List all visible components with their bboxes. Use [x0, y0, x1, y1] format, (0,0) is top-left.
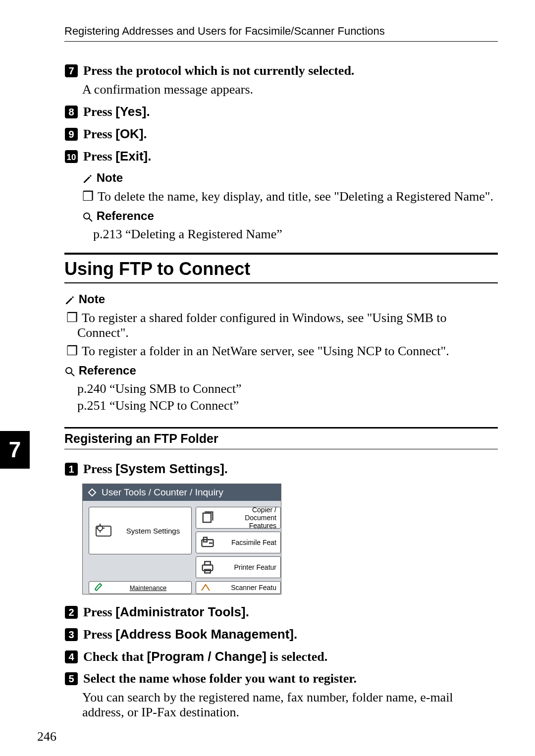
svg-point-10: [66, 368, 72, 374]
step-8: 8 Press [Yes].: [64, 104, 498, 119]
fax-icon: [200, 535, 215, 550]
step-text: Press [Yes].: [83, 105, 150, 119]
system-settings-button[interactable]: System Settings: [89, 507, 192, 554]
step-body: You can search by the registered name, f…: [82, 690, 498, 720]
step-number-icon: 7: [64, 64, 78, 78]
svg-text:2: 2: [68, 607, 74, 618]
note-item: ❒To register a folder in an NetWare serv…: [77, 343, 498, 359]
chapter-tab: 7: [0, 431, 30, 469]
pencil-icon: [82, 173, 93, 184]
button-label: System Settings: [119, 527, 187, 535]
step-text: Press [OK].: [83, 127, 147, 141]
step-text: Press [Exit].: [83, 149, 151, 163]
step-1: 1 Press [System Settings].: [64, 461, 498, 477]
button-label: Maintenance: [109, 584, 187, 592]
section-rule-bottom: [64, 282, 498, 283]
step-3: 3 Press [Address Book Management].: [64, 627, 498, 642]
page-content: Registering Addresses and Users for Facs…: [0, 0, 535, 739]
note-item: ❒To register a shared folder configured …: [77, 310, 498, 340]
step-number-icon: 1: [64, 462, 78, 476]
panel-titlebar: User Tools / Counter / Inquiry: [83, 484, 281, 501]
section-heading: Using FTP to Connect: [64, 259, 498, 279]
step-5: 5 Select the name whose folder you want …: [64, 671, 498, 720]
copier-features-button[interactable]: Copier / Document Features: [196, 507, 281, 529]
step-number-icon: 4: [64, 650, 78, 664]
pencil-icon: [64, 295, 75, 306]
step-4: 4 Check that [Program / Change] is selec…: [64, 649, 498, 664]
note-heading: Note: [82, 171, 498, 185]
printer-features-button[interactable]: Printer Featur: [196, 556, 281, 578]
step-number-icon: 10: [64, 150, 78, 163]
step-number-icon: 5: [64, 672, 78, 686]
step-text: Press [Address Book Management].: [83, 627, 297, 642]
svg-point-21: [211, 542, 212, 543]
step-9: 9 Press [OK].: [64, 126, 498, 142]
reference-item: p.240 “Using SMB to Connect”: [77, 381, 498, 396]
button-label: Printer Featur: [220, 563, 276, 571]
step-7: 7 Press the protocol which is not curren…: [64, 63, 498, 97]
step-text: Check that [Program / Change] is selecte…: [83, 649, 327, 664]
step-number-icon: 3: [64, 628, 78, 642]
step-number-icon: 8: [64, 105, 78, 119]
header-rule: [64, 41, 498, 42]
panel-body: System Settings Copier / Document Featur…: [83, 501, 281, 594]
svg-text:9: 9: [68, 129, 74, 140]
magnifier-icon: [82, 212, 93, 222]
reference-heading: Reference: [64, 364, 498, 378]
svg-text:10: 10: [67, 153, 76, 162]
step-text: Press the protocol which is not currentl…: [83, 63, 354, 78]
scanner-features-button[interactable]: Scanner Featu: [196, 581, 281, 594]
button-label: Scanner Featu: [216, 584, 276, 592]
subsection-rule-top: [64, 427, 498, 429]
step-text: Press [Administrator Tools].: [83, 605, 249, 619]
copier-icon: [200, 510, 215, 525]
svg-point-20: [209, 542, 211, 543]
facsimile-features-button[interactable]: Facsimile Feat: [196, 532, 281, 553]
button-label: Copier / Document Features: [220, 507, 276, 530]
step-body: A confirmation message appears.: [82, 82, 498, 97]
reference-heading: Reference: [82, 209, 498, 223]
diamond-icon: [88, 488, 97, 497]
svg-point-8: [84, 213, 90, 219]
printer-icon: [200, 560, 215, 575]
svg-text:7: 7: [68, 65, 74, 76]
subsection-heading: Registering an FTP Folder: [64, 432, 498, 446]
step-number-icon: 2: [64, 605, 78, 619]
svg-text:3: 3: [68, 629, 74, 640]
svg-text:5: 5: [68, 673, 74, 684]
section-rule-top: [64, 253, 498, 255]
brush-icon: [93, 582, 104, 594]
svg-text:8: 8: [68, 107, 74, 117]
svg-rect-17: [203, 513, 211, 522]
reference-item: p.251 “Using NCP to Connect”: [77, 398, 498, 413]
running-header: Registering Addresses and Users for Facs…: [64, 25, 498, 38]
svg-text:4: 4: [68, 651, 74, 662]
note-item: ❒To delete the name, key display, and ti…: [93, 189, 498, 204]
scanner-icon: [200, 582, 211, 594]
svg-text:1: 1: [68, 464, 74, 475]
subsection-rule-bottom: [64, 449, 498, 449]
user-tools-panel: User Tools / Counter / Inquiry System Se…: [82, 484, 281, 594]
gear-machine-icon: [93, 521, 114, 540]
magnifier-icon: [64, 366, 75, 377]
maintenance-button[interactable]: Maintenance: [89, 581, 192, 594]
panel-title: User Tools / Counter / Inquiry: [102, 487, 223, 498]
svg-line-11: [71, 373, 74, 376]
svg-line-9: [89, 218, 92, 221]
svg-rect-23: [205, 561, 211, 565]
step-text: Select the name whose folder you want to…: [83, 671, 357, 686]
step-text: Press [System Settings].: [83, 462, 228, 476]
svg-rect-14: [89, 489, 96, 496]
step-10: 10 Press [Exit].: [64, 149, 498, 164]
reference-item: p.213 “Deleting a Registered Name”: [93, 227, 498, 242]
button-label: Facsimile Feat: [220, 539, 276, 546]
step-2: 2 Press [Administrator Tools].: [64, 604, 498, 620]
page-number: 246: [37, 729, 56, 744]
note-heading: Note: [64, 292, 498, 306]
step-number-icon: 9: [64, 127, 78, 141]
